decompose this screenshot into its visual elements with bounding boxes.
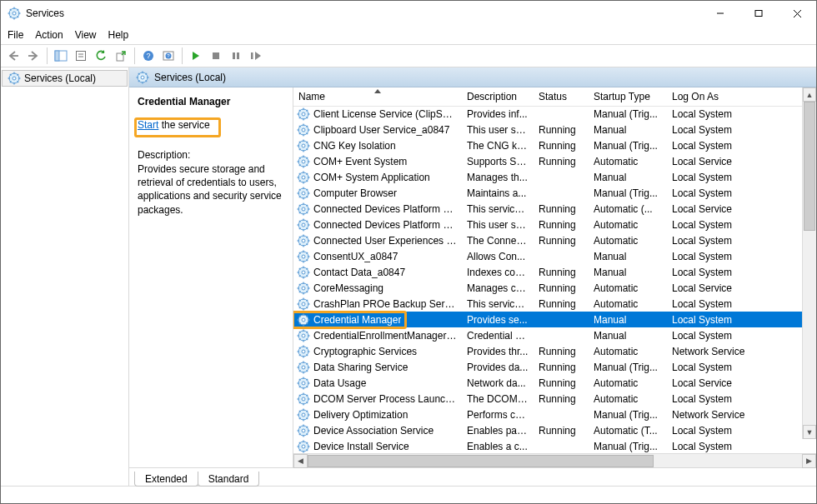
refresh-button[interactable] <box>92 47 110 65</box>
table-row[interactable]: Client License Service (ClipSVC)Provides… <box>293 106 816 122</box>
forward-button[interactable] <box>24 47 43 65</box>
table-row[interactable]: Cryptographic ServicesProvides thr...Run… <box>293 343 816 359</box>
services-window: Services File Action View Help ? ? <box>0 0 817 504</box>
cell-status: Running <box>534 122 589 137</box>
gear-icon <box>297 218 310 232</box>
horizontal-scrollbar[interactable]: ◀ ▶ <box>293 453 816 467</box>
service-name: Data Usage <box>313 377 366 389</box>
tab-standard[interactable]: Standard <box>198 472 260 487</box>
toolbar: ? ? <box>1 44 816 67</box>
table-row[interactable]: ConsentUX_a0847Allows Con...ManualLocal … <box>293 248 816 264</box>
svg-rect-28 <box>251 52 253 59</box>
menu-view[interactable]: View <box>75 29 97 41</box>
menu-file[interactable]: File <box>8 29 23 41</box>
table-header-row: Name Description Status Startup Type Log… <box>293 87 816 106</box>
svg-rect-16 <box>77 52 86 61</box>
col-description[interactable]: Description <box>462 87 534 106</box>
minimize-button[interactable] <box>701 1 739 26</box>
table-row[interactable]: Connected Devices Platform Us...This use… <box>293 217 816 232</box>
cell-description: The DCOML... <box>462 391 534 407</box>
cell-startup: Manual <box>589 248 667 264</box>
cell-status: Running <box>534 137 589 153</box>
export-button[interactable] <box>112 47 130 65</box>
table-row[interactable]: Data Sharing ServiceProvides da...Runnin… <box>293 359 816 375</box>
table-row[interactable]: Credential ManagerProvides se...ManualLo… <box>293 312 816 327</box>
gear-icon <box>297 329 310 342</box>
start-service-button[interactable] <box>187 47 205 65</box>
back-button[interactable] <box>4 47 23 65</box>
cell-logon: Local System <box>667 296 816 312</box>
menu-help[interactable]: Help <box>108 29 129 41</box>
cell-description: Supports Sy... <box>462 153 534 169</box>
gear-icon <box>297 171 310 184</box>
properties-button[interactable] <box>72 47 90 65</box>
help-button[interactable]: ? <box>139 47 158 65</box>
scroll-right-icon[interactable]: ▶ <box>802 454 816 468</box>
cell-startup: Automatic <box>589 296 667 312</box>
scroll-track[interactable] <box>803 102 816 425</box>
cell-status: Running <box>534 359 589 375</box>
gear-icon <box>297 202 310 216</box>
table-row[interactable]: Device Association ServiceEnables pair..… <box>293 422 816 438</box>
help2-button[interactable]: ? <box>159 47 178 65</box>
cell-description: This service ... <box>462 201 534 217</box>
pause-service-button[interactable] <box>227 47 245 65</box>
table-row[interactable]: Contact Data_a0847Indexes con...RunningM… <box>293 264 816 280</box>
table-row[interactable]: Connected Devices Platform Se...This ser… <box>293 201 816 217</box>
scroll-up-icon[interactable]: ▲ <box>803 87 816 102</box>
table-row[interactable]: Computer BrowserMaintains a...Manual (Tr… <box>293 185 816 201</box>
tree-root-item[interactable]: Services (Local) <box>2 70 128 87</box>
table-row[interactable]: CrashPlan PROe Backup ServiceThis servic… <box>293 296 816 312</box>
col-startup[interactable]: Startup Type <box>589 87 667 106</box>
table-row[interactable]: Device Install ServiceEnables a c...Manu… <box>293 438 816 453</box>
cell-name: ConsentUX_a0847 <box>293 248 462 264</box>
table-row[interactable]: Clipboard User Service_a0847This user se… <box>293 122 816 137</box>
table-row[interactable]: CoreMessagingManages co...RunningAutomat… <box>293 280 816 296</box>
col-name[interactable]: Name <box>293 87 462 106</box>
table-row[interactable]: CredentialEnrollmentManagerU...Credentia… <box>293 327 816 343</box>
maximize-button[interactable] <box>739 1 778 26</box>
gear-icon <box>297 313 310 327</box>
service-name: Computer Browser <box>313 187 397 199</box>
scroll-down-icon[interactable]: ▼ <box>803 425 816 439</box>
col-status[interactable]: Status <box>534 87 589 106</box>
menu-action[interactable]: Action <box>35 29 63 41</box>
svg-rect-26 <box>233 52 235 59</box>
cell-description: Indexes con... <box>462 264 534 280</box>
table-row[interactable]: COM+ Event SystemSupports Sy...RunningAu… <box>293 153 816 169</box>
table-row[interactable]: CNG Key IsolationThe CNG ke...RunningMan… <box>293 137 816 153</box>
close-button[interactable] <box>778 1 816 26</box>
gear-icon <box>297 250 310 263</box>
gear-icon <box>297 282 310 295</box>
scroll-thumb[interactable] <box>804 102 815 231</box>
services-table[interactable]: Name Description Status Startup Type Log… <box>293 87 816 453</box>
stop-service-button[interactable] <box>207 47 225 65</box>
service-name: ConsentUX_a0847 <box>313 251 398 262</box>
scroll-left-icon[interactable]: ◀ <box>293 454 308 468</box>
cell-name: Cryptographic Services <box>293 343 462 359</box>
restart-service-button[interactable] <box>247 47 265 65</box>
start-service-link[interactable]: Start <box>138 119 158 131</box>
service-name: Connected Devices Platform Us... <box>313 219 457 231</box>
hscroll-track[interactable] <box>308 454 802 468</box>
cell-name: Credential Manager <box>293 312 462 327</box>
statusbar <box>1 487 816 503</box>
cell-name: COM+ Event System <box>293 153 462 169</box>
table-row[interactable]: Delivery OptimizationPerforms co...Manua… <box>293 407 816 422</box>
pane-header: Services (Local) <box>129 67 816 87</box>
table-row[interactable]: Data UsageNetwork da...RunningAutomaticL… <box>293 375 816 391</box>
cell-name: Data Usage <box>293 375 462 391</box>
hscroll-thumb[interactable] <box>308 455 654 467</box>
service-name: CrashPlan PROe Backup Service <box>313 298 457 310</box>
tab-extended[interactable]: Extended <box>134 472 198 487</box>
cell-description: Network da... <box>462 375 534 391</box>
col-logon[interactable]: Log On As <box>667 87 816 106</box>
table-row[interactable]: COM+ System ApplicationManages th...Manu… <box>293 169 816 185</box>
table-row[interactable]: Connected User Experiences an...The Conn… <box>293 232 816 248</box>
gear-icon <box>297 155 310 168</box>
cell-startup: Manual (Trig... <box>589 438 667 453</box>
vertical-scrollbar[interactable]: ▲ ▼ <box>802 87 816 439</box>
cell-logon: Local System <box>667 217 816 232</box>
show-hide-tree-button[interactable] <box>52 47 70 65</box>
table-row[interactable]: DCOM Server Process LauncherThe DCOML...… <box>293 391 816 407</box>
